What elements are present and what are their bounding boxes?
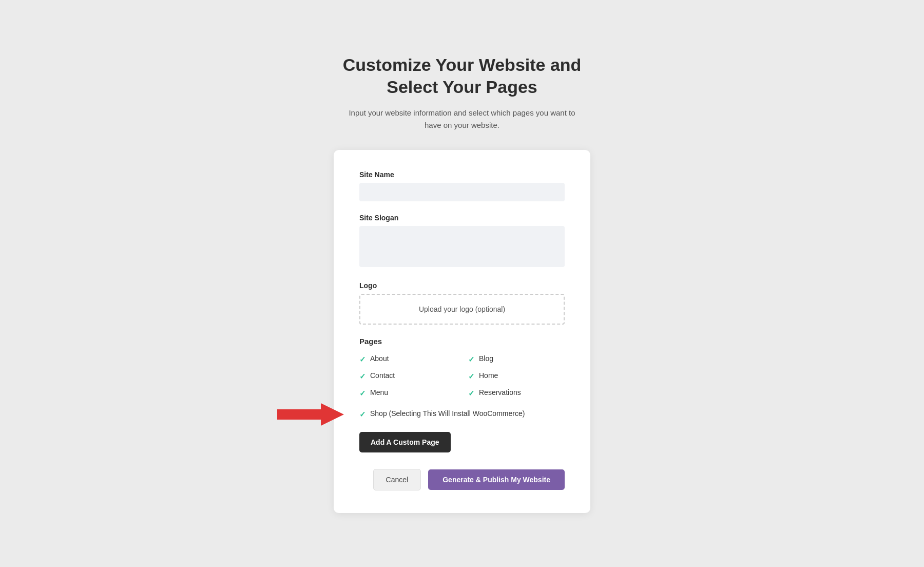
site-name-label: Site Name: [359, 171, 565, 179]
cancel-button[interactable]: Cancel: [373, 469, 421, 490]
add-custom-page-button[interactable]: Add A Custom Page: [359, 432, 451, 452]
site-name-group: Site Name: [359, 171, 565, 201]
check-icon-shop: ✓: [359, 409, 366, 420]
page-label-menu: Menu: [370, 388, 388, 398]
page-item-shop[interactable]: ✓ Shop (Selecting This Will Install WooC…: [359, 409, 565, 420]
svg-marker-0: [277, 403, 344, 426]
arrow-wrapper: [277, 402, 344, 427]
publish-button[interactable]: Generate & Publish My Website: [428, 469, 565, 490]
logo-group: Logo Upload your logo (optional): [359, 281, 565, 325]
page-item-about[interactable]: ✓ About: [359, 354, 456, 365]
page-label-about: About: [370, 354, 389, 364]
page-label-contact: Contact: [370, 371, 395, 381]
page-item-menu[interactable]: ✓ Menu: [359, 388, 456, 399]
shop-row-wrapper: ✓ Shop (Selecting This Will Install WooC…: [359, 409, 565, 420]
page-label-reservations: Reservations: [479, 388, 521, 398]
site-slogan-group: Site Slogan: [359, 214, 565, 269]
pages-section-label: Pages: [359, 337, 565, 346]
pages-section: Pages ✓ About ✓ Blog ✓ Contact: [359, 337, 565, 420]
footer-actions: Cancel Generate & Publish My Website: [359, 469, 565, 490]
logo-upload-area[interactable]: Upload your logo (optional): [359, 294, 565, 325]
page-item-home[interactable]: ✓ Home: [468, 371, 565, 382]
arrow-icon: [277, 402, 344, 427]
site-slogan-label: Site Slogan: [359, 214, 565, 222]
logo-label: Logo: [359, 281, 565, 290]
check-icon-about: ✓: [359, 354, 366, 365]
check-icon-menu: ✓: [359, 388, 366, 399]
check-icon-home: ✓: [468, 371, 475, 382]
page-item-reservations[interactable]: ✓ Reservations: [468, 388, 565, 399]
page-label-home: Home: [479, 371, 498, 381]
check-icon-reservations: ✓: [468, 388, 475, 399]
site-name-input[interactable]: [359, 183, 565, 201]
form-card: Site Name Site Slogan Logo Upload your l…: [334, 150, 590, 513]
check-icon-blog: ✓: [468, 354, 475, 365]
logo-upload-text: Upload your logo (optional): [419, 305, 505, 313]
check-icon-contact: ✓: [359, 371, 366, 382]
page-label-blog: Blog: [479, 354, 493, 364]
page-item-contact[interactable]: ✓ Contact: [359, 371, 456, 382]
page-subtitle: Input your website information and selec…: [344, 107, 580, 131]
site-slogan-input[interactable]: [359, 226, 565, 267]
page-label-shop: Shop (Selecting This Will Install WooCom…: [370, 409, 525, 419]
page-title: Customize Your Website and Select Your P…: [343, 54, 582, 98]
page-item-blog[interactable]: ✓ Blog: [468, 354, 565, 365]
page-wrapper: Customize Your Website and Select Your P…: [231, 54, 693, 513]
pages-grid: ✓ About ✓ Blog ✓ Contact ✓ Home: [359, 354, 565, 399]
